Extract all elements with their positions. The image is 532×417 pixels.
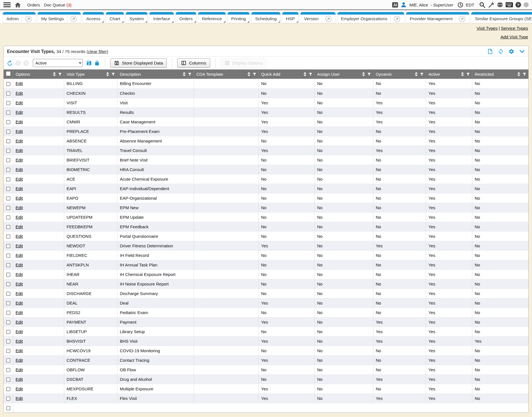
edit-link[interactable]: Edit <box>16 310 23 315</box>
edit-link[interactable]: Edit <box>16 262 23 267</box>
new-document-icon[interactable] <box>487 49 493 54</box>
edit-link[interactable]: Edit <box>16 186 23 191</box>
breadcrumb-orders[interactable]: Orders <box>27 3 40 7</box>
row-checkbox[interactable] <box>6 168 10 172</box>
column-header-cda-template[interactable]: CDA Template <box>194 70 258 79</box>
external-link-icon[interactable] <box>455 15 466 22</box>
columns-button[interactable]: Columns <box>177 58 210 68</box>
tab-reference[interactable]: Reference <box>198 12 226 23</box>
row-checkbox[interactable] <box>6 311 10 315</box>
row-checkbox[interactable] <box>6 273 10 277</box>
filter-funnel-icon[interactable] <box>466 72 470 76</box>
user-name[interactable]: MIE, Alice <box>409 3 428 7</box>
nav-back-icon[interactable] <box>15 60 21 66</box>
edit-link[interactable]: Edit <box>16 167 23 172</box>
tab-employer-organizations[interactable]: Employer Organizations <box>337 12 404 23</box>
edit-link[interactable]: Edit <box>16 367 23 372</box>
sort-icon[interactable] <box>415 72 418 76</box>
undo-icon[interactable] <box>6 60 13 66</box>
visit-types-link[interactable]: Visit Types <box>477 26 498 31</box>
sort-icon[interactable] <box>183 72 186 76</box>
filter-funnel-icon[interactable] <box>111 72 115 76</box>
gear-icon[interactable] <box>508 49 514 54</box>
edit-link[interactable]: Edit <box>16 110 23 115</box>
row-checkbox[interactable] <box>6 120 10 124</box>
edit-link[interactable]: Edit <box>16 377 23 382</box>
filter-funnel-icon[interactable] <box>420 72 424 76</box>
external-link-icon[interactable] <box>322 15 332 22</box>
sort-icon[interactable] <box>53 72 56 76</box>
tab-orders[interactable]: Orders <box>176 12 196 23</box>
sort-icon[interactable] <box>106 72 109 76</box>
search-icon[interactable] <box>479 2 485 8</box>
row-checkbox[interactable] <box>6 158 10 162</box>
sort-icon[interactable] <box>362 72 365 76</box>
refresh-icon[interactable] <box>498 49 504 54</box>
sort-icon[interactable] <box>248 72 250 76</box>
edit-link[interactable]: Edit <box>16 301 23 305</box>
column-header-quick-add[interactable]: Quick Add <box>258 70 314 79</box>
lock-icon[interactable] <box>94 60 100 66</box>
edit-link[interactable]: Edit <box>16 282 23 286</box>
home-icon[interactable] <box>15 2 21 8</box>
column-header-assign-user[interactable]: Assign User <box>314 70 373 79</box>
select-all-checkbox[interactable] <box>6 72 10 76</box>
edit-link[interactable]: Edit <box>16 243 23 248</box>
row-checkbox[interactable] <box>6 292 10 296</box>
row-checkbox[interactable] <box>6 368 10 372</box>
tab-printing[interactable]: Printing <box>228 12 250 23</box>
clock-icon[interactable] <box>457 2 463 8</box>
edit-link[interactable]: Edit <box>16 215 23 220</box>
column-header-restricted[interactable]: Restricted <box>472 70 528 79</box>
external-link-icon[interactable] <box>67 15 77 22</box>
tab-scheduling[interactable]: Scheduling <box>251 12 280 23</box>
globe-icon[interactable] <box>497 2 503 8</box>
status-filter-select[interactable]: Active <box>33 59 83 67</box>
filter-funnel-icon[interactable] <box>367 72 371 76</box>
row-checkbox[interactable] <box>6 110 10 115</box>
column-header-dynamic[interactable]: Dynamic <box>373 70 426 79</box>
row-checkbox[interactable] <box>6 139 10 143</box>
row-checkbox[interactable] <box>6 244 10 248</box>
row-checkbox[interactable] <box>6 225 10 229</box>
add-visit-type-link[interactable]: Add Visit Type <box>500 34 528 39</box>
row-checkbox[interactable] <box>6 187 10 191</box>
sort-icon[interactable] <box>461 72 464 76</box>
row-checkbox[interactable] <box>6 330 10 334</box>
row-checkbox[interactable] <box>6 149 10 153</box>
ai-badge[interactable]: AI <box>392 2 398 8</box>
nav-forward-icon[interactable] <box>23 60 29 66</box>
row-checkbox[interactable] <box>6 358 10 363</box>
filter-funnel-icon[interactable] <box>188 72 192 76</box>
chevron-down-icon[interactable] <box>519 49 525 54</box>
tab-admin[interactable]: Admin <box>3 12 36 23</box>
edit-link[interactable]: Edit <box>16 291 23 296</box>
edit-link[interactable]: Edit <box>16 81 23 86</box>
filter-funnel-icon[interactable] <box>522 72 526 76</box>
external-link-icon[interactable] <box>22 15 32 22</box>
tab-chart[interactable]: Chart <box>106 12 124 23</box>
user-icon[interactable] <box>401 2 407 8</box>
tab-interface[interactable]: Interface <box>149 12 174 23</box>
filter-funnel-icon[interactable] <box>253 72 256 76</box>
edit-link[interactable]: Edit <box>16 396 23 401</box>
row-checkbox[interactable] <box>6 397 10 401</box>
row-checkbox[interactable] <box>6 254 10 258</box>
edit-link[interactable]: Edit <box>16 100 23 105</box>
tab-version[interactable]: Version <box>300 12 336 23</box>
row-checkbox[interactable] <box>6 301 10 305</box>
tab-hsp[interactable]: HSP <box>282 12 299 23</box>
row-checkbox[interactable] <box>6 177 10 181</box>
row-checkbox[interactable] <box>6 263 10 267</box>
service-types-link[interactable]: Service Types <box>501 26 528 31</box>
hamburger-menu-icon[interactable] <box>3 2 11 7</box>
edit-link[interactable]: Edit <box>16 348 23 353</box>
edit-link[interactable]: Edit <box>16 339 23 344</box>
row-checkbox[interactable] <box>6 387 10 391</box>
edit-link[interactable]: Edit <box>16 320 23 324</box>
row-checkbox[interactable] <box>6 215 10 220</box>
edit-link[interactable]: Edit <box>16 224 23 229</box>
column-header-description[interactable]: Description <box>117 70 194 79</box>
edit-link[interactable]: Edit <box>16 148 23 153</box>
column-header-active[interactable]: Active <box>426 70 472 79</box>
